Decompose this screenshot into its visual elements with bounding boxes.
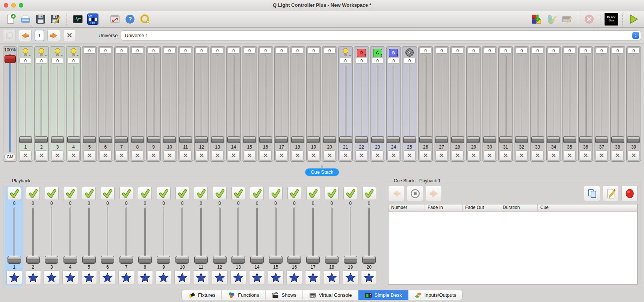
playback-select-button[interactable] — [231, 187, 245, 200]
channel-strip-39[interactable]: 039✕ — [626, 46, 641, 162]
playback-fader[interactable] — [118, 207, 135, 264]
playback-fader[interactable] — [323, 207, 340, 264]
channel-reset-button[interactable]: ✕ — [132, 150, 144, 161]
reset-universe-button[interactable]: ✕ — [63, 30, 76, 41]
playback-fader[interactable] — [248, 207, 266, 264]
fader-handle[interactable] — [435, 136, 448, 143]
fader-handle[interactable] — [275, 136, 288, 143]
channel-value[interactable]: 0 — [356, 58, 367, 64]
playback-strip-18[interactable]: 018 — [323, 186, 341, 285]
playback-flash-button[interactable] — [305, 270, 321, 284]
playback-select-button[interactable] — [63, 187, 77, 200]
channel-strip-10[interactable]: 010✕ — [162, 46, 177, 162]
channel-color-tool-button[interactable]: R▾ — [354, 48, 369, 57]
playback-strip-4[interactable]: 04 — [61, 186, 79, 285]
channel-intensity-tool-button[interactable]: ▾ — [50, 48, 65, 57]
channel-reset-button[interactable]: ✕ — [243, 150, 255, 161]
channel-reset-button[interactable]: ✕ — [627, 150, 639, 161]
next-cue-button[interactable] — [426, 186, 442, 201]
help-button[interactable]: ? — [123, 12, 137, 26]
channel-value[interactable]: 0 — [100, 48, 111, 54]
channel-value[interactable]: 0 — [244, 48, 255, 54]
save-workspace-as-button[interactable] — [49, 12, 62, 26]
playback-fader[interactable] — [267, 207, 284, 264]
fader-handle[interactable] — [355, 136, 368, 143]
channel-strip-4[interactable]: ▾04✕ — [66, 46, 81, 162]
playback-fader[interactable] — [24, 207, 42, 264]
channel-fader[interactable] — [195, 54, 209, 144]
channel-fader[interactable] — [82, 54, 97, 144]
channel-fader[interactable] — [115, 54, 129, 144]
fader-handle[interactable] — [362, 256, 376, 264]
channel-strip-34[interactable]: 034✕ — [546, 46, 561, 162]
channel-fader[interactable] — [290, 54, 305, 144]
tab-fixtures[interactable]: Fixtures — [182, 290, 222, 300]
playback-flash-button[interactable] — [25, 270, 41, 284]
playback-strip-2[interactable]: 02 — [24, 186, 42, 285]
channel-strip-16[interactable]: 016✕ — [258, 46, 273, 162]
cue-column-header[interactable]: Fade Out — [463, 204, 500, 211]
fader-handle[interactable] — [243, 136, 256, 143]
channel-reset-button[interactable]: ✕ — [435, 150, 447, 161]
stop-all-functions-button[interactable]: ⌄ — [582, 12, 596, 26]
channel-value[interactable]: 0 — [532, 48, 543, 54]
channel-strip-29[interactable]: 029✕ — [466, 46, 481, 162]
fader-handle[interactable] — [35, 136, 48, 143]
channel-reset-button[interactable]: ✕ — [275, 150, 287, 161]
playback-fader[interactable] — [155, 207, 172, 264]
channel-strip-13[interactable]: 013✕ — [210, 46, 225, 162]
tab-virtual-console[interactable]: Virtual Console — [303, 290, 358, 300]
playback-strip-19[interactable]: 019 — [342, 186, 360, 285]
channel-strip-3[interactable]: ▾03✕ — [50, 46, 65, 162]
channel-fader[interactable] — [370, 65, 385, 144]
channel-strip-20[interactable]: 020✕ — [322, 46, 337, 162]
channel-reset-button[interactable]: ✕ — [596, 150, 608, 161]
clone-cue-stack-button[interactable] — [584, 186, 600, 201]
channel-value[interactable]: 0 — [420, 48, 431, 54]
channel-fader[interactable] — [275, 54, 289, 144]
channel-value[interactable]: 0 — [500, 48, 511, 54]
playback-flash-button[interactable] — [212, 270, 228, 284]
channel-value[interactable]: 0 — [372, 58, 383, 64]
channel-reset-button[interactable]: ✕ — [228, 150, 240, 161]
channel-fader[interactable] — [402, 65, 417, 144]
playback-flash-button[interactable] — [62, 270, 78, 284]
channel-reset-button[interactable]: ✕ — [83, 150, 95, 161]
channel-strip-15[interactable]: 015✕ — [242, 46, 257, 162]
channel-value[interactable]: 0 — [308, 48, 319, 54]
cue-list-table[interactable]: NumberFade InFade OutDurationCue — [388, 204, 638, 285]
playback-flash-button[interactable] — [286, 270, 302, 284]
fader-handle[interactable] — [451, 136, 464, 143]
previous-cue-button[interactable] — [388, 186, 404, 201]
fader-handle[interactable] — [26, 256, 40, 264]
combo-spinner-icon[interactable]: ▴▾ — [632, 32, 639, 39]
channel-fader[interactable] — [67, 65, 81, 144]
channel-strip-28[interactable]: 028✕ — [450, 46, 465, 162]
playback-strip-7[interactable]: 07 — [117, 186, 135, 285]
channel-strip-1[interactable]: ▾01✕ — [18, 46, 33, 162]
channel-reset-button[interactable]: ✕ — [180, 150, 192, 161]
playback-fader[interactable] — [230, 207, 247, 264]
channel-value[interactable]: 0 — [260, 48, 271, 54]
channel-fader[interactable] — [611, 54, 625, 144]
channel-reset-button[interactable]: ✕ — [484, 150, 496, 161]
tab-functions[interactable]: Functions — [222, 290, 265, 300]
tab-simple-desk[interactable]: Simple Desk — [358, 290, 408, 300]
channel-fader[interactable] — [579, 54, 593, 144]
channel-strip-32[interactable]: 032✕ — [514, 46, 529, 162]
channel-fader[interactable] — [178, 54, 193, 144]
playback-fader[interactable] — [62, 207, 79, 264]
channel-value[interactable]: 0 — [628, 48, 639, 54]
channel-fader[interactable] — [387, 65, 401, 144]
playback-select-button[interactable] — [325, 187, 339, 200]
channel-value[interactable]: 0 — [340, 58, 351, 64]
channel-reset-button[interactable]: ✕ — [307, 150, 319, 161]
playback-strip-8[interactable]: 08 — [136, 186, 154, 285]
fader-handle[interactable] — [227, 136, 240, 143]
splitter-handle[interactable] — [321, 165, 323, 168]
channel-reset-button[interactable]: ✕ — [420, 150, 432, 161]
channel-reset-button[interactable]: ✕ — [324, 150, 336, 161]
channel-fader[interactable] — [98, 54, 113, 144]
fader-handle[interactable] — [627, 136, 640, 143]
channel-value[interactable]: 0 — [84, 48, 95, 54]
